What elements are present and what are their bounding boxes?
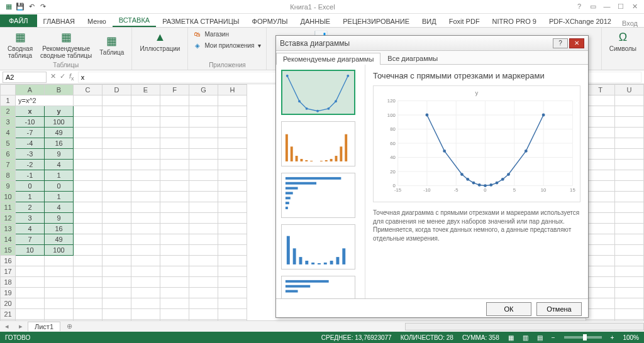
- sheet-nav-prev-icon[interactable]: ◂: [0, 322, 14, 330]
- cell[interactable]: -1: [16, 170, 45, 181]
- ok-button[interactable]: ОК: [486, 302, 531, 316]
- zoom-level[interactable]: 100%: [623, 334, 639, 341]
- cell[interactable]: 49: [45, 128, 74, 138]
- cell[interactable]: -10: [16, 117, 45, 128]
- col-header[interactable]: D: [103, 85, 131, 95]
- cancel-edit-icon[interactable]: ✕: [50, 72, 56, 82]
- cell[interactable]: 1: [45, 192, 74, 202]
- zoom-in-icon[interactable]: +: [611, 334, 614, 341]
- dialog-help-icon[interactable]: ?: [553, 38, 568, 48]
- cell[interactable]: -7: [16, 128, 45, 138]
- cell[interactable]: 3: [16, 213, 45, 224]
- view-normal-icon[interactable]: ▦: [508, 334, 514, 341]
- name-box[interactable]: [3, 72, 47, 83]
- cell[interactable]: 16: [45, 138, 74, 149]
- thumb-bar-2[interactable]: [281, 276, 355, 298]
- thumb-column-blue[interactable]: [281, 224, 355, 270]
- dialog-titlebar[interactable]: Вставка диаграммы ? ✕: [276, 36, 588, 51]
- cell[interactable]: x: [16, 106, 45, 117]
- view-layout-icon[interactable]: ▥: [523, 334, 528, 341]
- tab-file[interactable]: ФАЙЛ: [0, 14, 37, 27]
- cell[interactable]: 9: [45, 213, 74, 224]
- thumb-scatter-lines[interactable]: [281, 70, 355, 115]
- add-sheet-icon[interactable]: ⊕: [64, 322, 74, 330]
- insert-chart-dialog: Вставка диаграммы ? ✕ Рекомендуемые диаг…: [275, 35, 589, 318]
- recommended-pivot-button[interactable]: ▦Рекомендуемые сводные таблицы: [38, 29, 94, 60]
- col-header[interactable]: B: [45, 85, 74, 95]
- pivot-table-button[interactable]: ▦Сводная таблица: [5, 29, 35, 60]
- illustrations-button[interactable]: ▲Иллюстрации: [137, 29, 182, 53]
- ribbon-tab[interactable]: РАЗМЕТКА СТРАНИЦЫ: [156, 16, 245, 27]
- cell[interactable]: 4: [45, 202, 74, 213]
- maximize-icon[interactable]: ☐: [615, 3, 626, 11]
- redo-icon[interactable]: ↷: [38, 2, 48, 12]
- signin-link[interactable]: Вход: [622, 19, 644, 27]
- cell[interactable]: 1: [45, 170, 74, 181]
- cell[interactable]: 100: [45, 245, 74, 256]
- ribbon-tab[interactable]: Меню: [81, 16, 113, 27]
- cell[interactable]: 100: [45, 117, 74, 128]
- ribbon-tab[interactable]: Foxit PDF: [443, 16, 486, 27]
- cell[interactable]: 1: [16, 192, 45, 202]
- cell[interactable]: 4: [45, 160, 74, 170]
- ribbon-tab[interactable]: ДАННЫЕ: [294, 16, 336, 27]
- svg-point-76: [489, 183, 492, 187]
- cell[interactable]: -4: [16, 138, 45, 149]
- ribbon-options-icon[interactable]: ▭: [587, 3, 599, 11]
- zoom-out-icon[interactable]: −: [552, 334, 555, 341]
- table-button[interactable]: ▦Таблица: [97, 29, 126, 60]
- col-header[interactable]: U: [615, 85, 644, 95]
- zoom-slider[interactable]: [564, 336, 602, 339]
- col-header[interactable]: F: [160, 85, 189, 95]
- cell[interactable]: 49: [45, 234, 74, 245]
- col-header[interactable]: A: [16, 85, 45, 95]
- view-pagebreak-icon[interactable]: ▤: [537, 334, 543, 341]
- cell[interactable]: 2: [16, 202, 45, 213]
- cancel-button[interactable]: Отмена: [536, 302, 582, 316]
- col-header[interactable]: E: [131, 85, 160, 95]
- cell[interactable]: 0: [45, 181, 74, 192]
- cell[interactable]: 4: [16, 224, 45, 234]
- tab-all-charts[interactable]: Все диаграммы: [380, 52, 445, 64]
- fx-icon[interactable]: fx: [69, 72, 74, 82]
- svg-rect-17: [335, 156, 338, 161]
- symbols-button[interactable]: ΩСимволы: [607, 29, 639, 53]
- cell[interactable]: y=x^2: [16, 95, 74, 106]
- col-header[interactable]: H: [218, 85, 247, 95]
- my-apps-button[interactable]: ◈Мои приложения▾: [193, 40, 261, 50]
- thumb-bar[interactable]: [281, 173, 355, 218]
- svg-text:-5: -5: [454, 187, 458, 193]
- minimize-icon[interactable]: —: [601, 3, 613, 11]
- ribbon-tab[interactable]: ВИД: [416, 16, 443, 27]
- status-ready: ГОТОВО: [5, 334, 30, 341]
- ribbon-tab[interactable]: NITRO PRO 9: [486, 16, 543, 27]
- cell[interactable]: 0: [16, 181, 45, 192]
- help-icon[interactable]: ?: [574, 3, 585, 11]
- confirm-edit-icon[interactable]: ✓: [60, 72, 65, 82]
- close-icon[interactable]: ✕: [629, 3, 640, 11]
- save-icon[interactable]: 💾: [15, 2, 25, 12]
- undo-icon[interactable]: ↶: [26, 2, 36, 12]
- dialog-close-icon[interactable]: ✕: [569, 38, 584, 48]
- col-header[interactable]: G: [189, 85, 218, 95]
- sheet-nav-next-icon[interactable]: ▸: [14, 322, 28, 330]
- ribbon-tab[interactable]: ФОРМУЛЫ: [246, 16, 294, 27]
- col-header[interactable]: T: [586, 85, 615, 95]
- store-button[interactable]: 🛍Магазин: [193, 29, 229, 39]
- cell[interactable]: 16: [45, 224, 74, 234]
- ribbon-tab[interactable]: ВСТАВКА: [113, 14, 156, 27]
- horizontal-scrollbar[interactable]: [405, 323, 644, 330]
- cell[interactable]: 10: [16, 245, 45, 256]
- cell[interactable]: -2: [16, 160, 45, 170]
- col-header[interactable]: C: [74, 85, 103, 95]
- ribbon-tab[interactable]: ГЛАВНАЯ: [37, 16, 81, 27]
- ribbon-tab[interactable]: РЕЦЕНЗИРОВАНИЕ: [336, 16, 416, 27]
- tab-recommended-charts[interactable]: Рекомендуемые диаграммы: [276, 53, 380, 65]
- ribbon-tab[interactable]: PDF-XChange 2012: [543, 16, 618, 27]
- sheet-tab[interactable]: Лист1: [28, 322, 60, 331]
- cell[interactable]: y: [45, 106, 74, 117]
- cell[interactable]: 7: [16, 234, 45, 245]
- cell[interactable]: -3: [16, 149, 45, 160]
- cell[interactable]: 9: [45, 149, 74, 160]
- thumb-clustered-column[interactable]: [281, 121, 355, 166]
